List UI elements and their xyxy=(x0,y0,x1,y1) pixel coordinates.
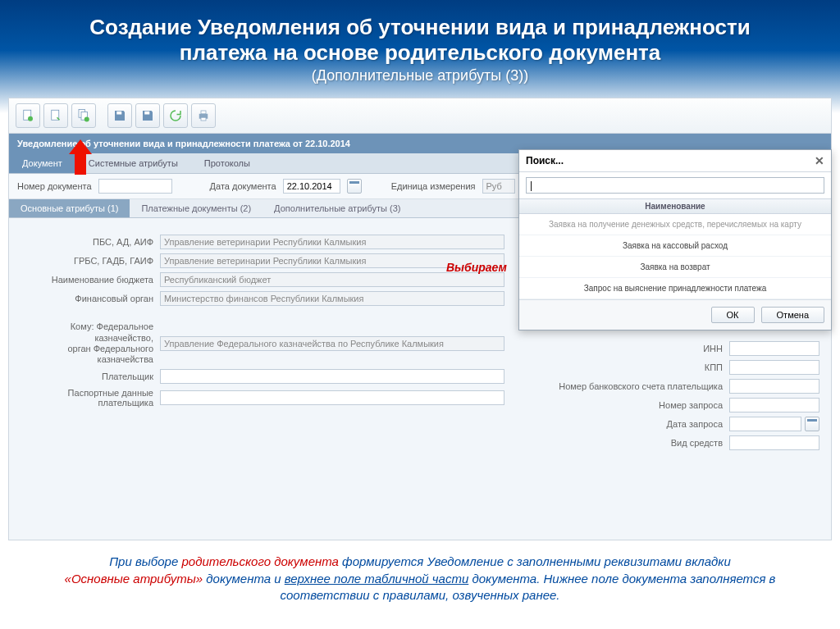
doc-number-label: Номер документа xyxy=(17,181,92,191)
cancel-button[interactable]: Отмена xyxy=(761,307,824,323)
grbs-label: ГРБС, ГАДБ, ГАИФ xyxy=(21,256,160,266)
passport-input[interactable] xyxy=(160,390,504,405)
pbs-input[interactable] xyxy=(160,235,504,249)
title-line-1: Создание Уведомления об уточнении вида и… xyxy=(33,15,807,40)
reqdate-input[interactable] xyxy=(729,417,801,431)
tab-document[interactable]: Документ xyxy=(9,153,75,173)
bank-label: Номер банковского счета плательщика xyxy=(549,381,729,391)
budget-label: Наименование бюджета xyxy=(21,275,160,285)
tab-additional-attrs[interactable]: Дополнительные атрибуты (3) xyxy=(262,199,412,217)
req-input[interactable] xyxy=(729,398,819,412)
doc-date-label: Дата документа xyxy=(210,181,276,191)
title-line-2: платежа на основе родительского документ… xyxy=(33,40,807,66)
save-as-button[interactable] xyxy=(135,103,160,128)
new-doc-button[interactable] xyxy=(16,103,40,128)
budget-input[interactable] xyxy=(160,272,504,287)
print-button[interactable] xyxy=(191,103,216,128)
close-icon[interactable]: ✕ xyxy=(815,154,824,167)
bank-input[interactable] xyxy=(729,379,819,394)
refresh-button[interactable] xyxy=(163,103,188,128)
open-doc-button[interactable] xyxy=(43,103,68,128)
unit-input xyxy=(482,179,515,194)
search-item[interactable]: Заявка на кассовый расход xyxy=(519,235,831,257)
svg-rect-6 xyxy=(116,112,121,115)
search-item[interactable]: Заявка на получение денежных средств, пе… xyxy=(519,214,831,235)
req-label: Номер запроса xyxy=(549,400,729,410)
calendar-icon[interactable] xyxy=(805,417,819,431)
finorg-input[interactable] xyxy=(160,291,504,306)
slide-title: Создание Уведомления об уточнении вида и… xyxy=(0,0,840,91)
finorg-label: Финансовый орган xyxy=(21,294,160,303)
search-column-header: Наименование xyxy=(519,198,831,214)
save-button[interactable] xyxy=(107,103,132,128)
doc-number-input[interactable] xyxy=(98,179,172,194)
ok-button[interactable]: ОК xyxy=(711,307,755,323)
vid-label: Вид средств xyxy=(549,438,729,448)
tab-main-attrs[interactable]: Основные атрибуты (1) xyxy=(9,199,130,217)
payer-label: Плательщик xyxy=(21,371,160,381)
tab-payment-docs[interactable]: Платежные документы (2) xyxy=(130,199,262,217)
svg-point-5 xyxy=(84,117,89,122)
right-fields: ИНН КПП Номер банковского счета плательщ… xyxy=(549,341,819,454)
svg-point-1 xyxy=(28,116,33,121)
inn-input[interactable] xyxy=(729,341,819,356)
svg-rect-7 xyxy=(144,112,149,115)
calendar-icon[interactable] xyxy=(347,179,362,194)
kpp-label: КПП xyxy=(549,362,729,372)
search-item[interactable]: Запрос на выяснение принадлежности плате… xyxy=(519,278,831,299)
unit-label: Единица измерения xyxy=(391,181,476,191)
subtitle: (Дополнительные атрибуты (3)) xyxy=(33,67,807,84)
toolbar xyxy=(9,98,831,134)
copy-doc-button[interactable] xyxy=(71,103,96,128)
app-window: Уведомление об уточнении вида и принадле… xyxy=(8,98,832,540)
komu-label: Кому: Федеральное казначейство,орган Фед… xyxy=(21,321,160,365)
reqdate-label: Дата запроса xyxy=(549,419,729,429)
kpp-input[interactable] xyxy=(729,360,819,375)
vid-input[interactable] xyxy=(729,435,819,450)
annotation-choose: Выбираем xyxy=(446,261,507,274)
search-title: Поиск... xyxy=(526,155,564,166)
footer-note: При выборе родительского документа форми… xyxy=(41,554,799,604)
search-popup: Поиск...✕ Наименование Заявка на получен… xyxy=(518,149,832,330)
search-input[interactable] xyxy=(526,177,824,194)
doc-date-input[interactable] xyxy=(283,179,340,194)
search-results: Заявка на получение денежных средств, пе… xyxy=(519,214,831,299)
inn-label: ИНН xyxy=(549,344,729,353)
svg-rect-9 xyxy=(201,111,206,114)
search-item[interactable]: Заявка на возврат xyxy=(519,257,831,278)
annotation-arrow-up xyxy=(69,139,92,175)
tab-protocols[interactable]: Протоколы xyxy=(191,153,263,173)
pbs-label: ПБС, АД, АИФ xyxy=(21,237,160,247)
komu-input[interactable] xyxy=(160,336,504,351)
tab-system-attrs[interactable]: Системные атрибуты xyxy=(75,153,191,173)
passport-label: Паспортные данные плательщика xyxy=(21,388,160,408)
payer-input[interactable] xyxy=(160,369,504,384)
svg-rect-10 xyxy=(201,118,206,121)
